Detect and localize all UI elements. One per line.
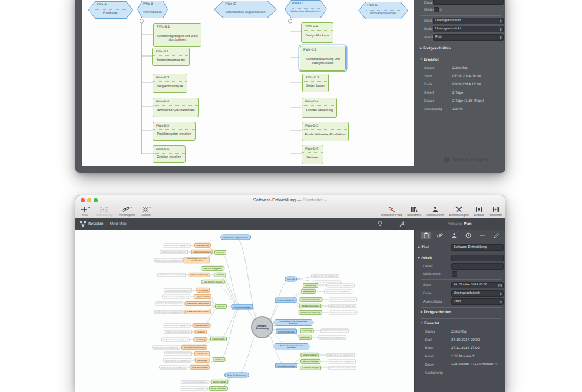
mindmap-placeholder-node[interactable]: (Geben Sie hier Ihre Vorgänge ein)	[164, 352, 192, 356]
mindmap-node[interactable]: Funktionen festlegen	[300, 366, 321, 370]
meilenstein-checkbox[interactable]	[452, 271, 457, 277]
mindmap-placeholder-node[interactable]: (Geben Sie hier Ihre Vorgänge ein)	[328, 360, 356, 364]
mindmap-placeholder-node[interactable]: (Geben Sie hier Ihre Vorgänge ein)	[163, 244, 191, 248]
mindmap-placeholder-node[interactable]: (Geben Sie hier Ihre Vorgänge ein)	[311, 274, 339, 278]
mindmap-node[interactable]: Konzeptionsphase	[276, 329, 297, 334]
mindmap-node[interactable]: Brainstorming	[303, 283, 318, 288]
mindmap-node[interactable]: Entwicklungsphase	[231, 304, 253, 310]
ende-popup[interactable]: Uneingeschränkt	[433, 26, 504, 32]
mindmap-placeholder-node[interactable]: (Geben Sie hier Ihre Vorgänge ein)	[164, 288, 192, 293]
mindmap-node[interactable]: Kick Off	[285, 277, 297, 282]
details-button[interactable]: Details	[474, 205, 484, 217]
mindmap-node[interactable]: Bericht erstellen	[211, 380, 228, 384]
tab-info[interactable]	[421, 232, 431, 239]
mindmap-node[interactable]: Release erstellen	[193, 323, 211, 328]
mindmap-node[interactable]: Marktanalyse	[301, 289, 316, 294]
indent-button[interactable]: Einrückung	[96, 205, 113, 217]
dauer-field[interactable]	[451, 263, 504, 270]
mindmap-node[interactable]: Zielsetzung	[300, 328, 314, 333]
dauer-field[interactable]	[433, 0, 504, 5]
mindmap-placeholder-node[interactable]: (Geben Sie hier Ihre Vorgänge ein)	[318, 335, 346, 340]
mindmap-node[interactable]: Tests durch Kunden	[190, 365, 210, 370]
fortgeschritten-section[interactable]: ▶Fortgeschritten	[420, 46, 451, 51]
resources-button[interactable]: Ressourcen	[426, 205, 444, 217]
inspector-button[interactable]: Inspektor	[489, 205, 502, 217]
mindmap-node[interactable]: Besprechung der Ideen	[299, 297, 322, 302]
mindmap-placeholder-node[interactable]: (Geben Sie hier Ihre Vorgänge ein)	[328, 366, 356, 370]
titel-field[interactable]: Software-Entwicklung	[451, 244, 504, 251]
start-popup[interactable]: Uneingeschränkt	[433, 18, 504, 24]
library-button[interactable]: Bibliothek	[407, 205, 421, 217]
mindmap-node[interactable]: Zeitrahmen	[299, 335, 312, 340]
link-button[interactable]: ▾ Verknüpfen	[119, 205, 135, 217]
mindmap-placeholder-node[interactable]: (Geben Sie hier Ihre Vorgänge ein)	[181, 380, 209, 384]
meilenstein-checkbox[interactable]	[434, 7, 439, 12]
mindmap-node[interactable]: Handbuch	[194, 330, 207, 334]
mindmap-node[interactable]: Technische Spezifikationen	[181, 345, 207, 350]
mindmap-node[interactable]: Externe Tests	[194, 351, 210, 356]
mindmap-placeholder-node[interactable]: (Geben Sie hier Ihre Vorgänge ein)	[329, 298, 357, 302]
mindmap-node[interactable]: Besprechung des Konzepts	[185, 301, 211, 306]
fortgeschritten-section[interactable]: ▶Fortgeschritten	[421, 310, 451, 314]
tab-resources[interactable]	[449, 232, 459, 239]
mindmap-placeholder-node[interactable]: (Geben Sie hier Ihre Vorgänge ein)	[154, 310, 183, 314]
arbeit-field[interactable]	[451, 255, 504, 261]
mindmap-node[interactable]: Ende der Entwicklung	[224, 373, 249, 378]
mindmap-placeholder-node[interactable]: (Geben Sie hier Ihre Vorgänge ein)	[180, 387, 208, 391]
titel-label[interactable]: ▶Titel	[418, 245, 429, 250]
mindmap-node[interactable]: Back End festlegen	[300, 359, 320, 364]
mindmap-placeholder-node[interactable]: (Geben Sie hier Ihre Vorgänge ein)	[324, 290, 352, 294]
mindmap-node[interactable]: Layouts erstellen	[194, 294, 211, 299]
mindmap-placeholder-node[interactable]: (Geben Sie hier Ihre Vorgänge ein)	[163, 324, 191, 328]
mindmap-placeholder-node[interactable]: (Geben Sie hier Ihre Vorgänge ein)	[162, 295, 190, 299]
erwartet-section[interactable]: ▼Erwartet	[420, 58, 439, 62]
mindmap-node[interactable]: Interne Tests	[195, 358, 210, 363]
ausrichtung-popup[interactable]: Früh	[451, 298, 504, 305]
mindmap-placeholder-node[interactable]: (Geben Sie hier Ihre Vorgänge ein)	[155, 302, 183, 306]
tab-mindmap[interactable]: Mind-Map	[110, 222, 126, 226]
mindmap-placeholder-node[interactable]: (Geben Sie hier Ihre Vorgänge ein)	[326, 353, 355, 357]
mindmap-placeholder-node[interactable]: (Geben Sie hier Ihre Vorgänge ein)	[159, 366, 187, 370]
ende-popup[interactable]: Uneingeschränkt	[451, 290, 504, 297]
filter-icon[interactable]	[377, 221, 383, 227]
mindmap-node[interactable]: UI Mockups	[196, 288, 210, 293]
mindmap-node[interactable]: Spezifikation abgeschlossen	[220, 235, 251, 240]
mindmap-node[interactable]: Back End fertiggestellt	[201, 266, 225, 271]
mindmap-placeholder-node[interactable]: (Geben Sie hier Ihre Vorgänge ein)	[320, 329, 349, 333]
tab-links[interactable]	[435, 232, 445, 239]
mindmap-node[interactable]: Test fehlerfrei gelaufen	[201, 280, 225, 284]
critical-path-button[interactable]: Kritischer Pfad	[381, 205, 402, 217]
mindmap-placeholder-node[interactable]: (Geben Sie hier Ihre Vorgänge ein)	[161, 338, 190, 342]
mindmap-node[interactable]: Entscheidung in die nächste Phase einzut…	[273, 319, 314, 326]
mindmap-node[interactable]: Evaluierungsphase	[275, 298, 297, 303]
mindmap-placeholder-node[interactable]: (Geben Sie hier Ihre Vorgänge ein)	[163, 358, 191, 363]
mindmap-node[interactable]: Spezifikationsphase	[275, 363, 297, 368]
mindmap-node[interactable]: Anbindungen zum Front End herstellen	[184, 257, 210, 263]
mindmap-node[interactable]: Datenbankanbindung	[191, 250, 213, 254]
mindmap-placeholder-node[interactable]: (Geben Sie hier Ihre Vorgänge ein)	[160, 250, 188, 254]
mindmap-placeholder-node[interactable]: (Geben Sie hier Ihre Vorgänge ein)	[152, 346, 180, 350]
action-button[interactable]: ▾ Aktion	[141, 205, 150, 217]
ausrichtung-popup[interactable]: Früh	[433, 34, 504, 41]
mindmap-node[interactable]: Business Logik	[194, 243, 211, 248]
mindmap-node[interactable]: Umfang festlegen	[300, 353, 319, 357]
netzplan-canvas[interactable]: PWs-AProjektstartPWs-BVorproduktionPWs-C…	[82, 0, 414, 166]
wrench-icon[interactable]	[399, 221, 405, 227]
tab-netzplan[interactable]: Netzplan	[88, 222, 103, 226]
mindmap-node[interactable]: Präsentation beim Kunden	[185, 310, 211, 314]
mindmap-node[interactable]: Interface-Entwicklung	[189, 273, 210, 277]
titlebar[interactable]: Software-Entwicklung — Bearbeitet ⌄	[75, 195, 505, 204]
mindmap-node[interactable]: Wettbewerbsvergleich	[299, 304, 321, 308]
mindmap-node[interactable]: Dokumentation	[210, 337, 227, 341]
arbeit-label[interactable]: ▶Arbeit	[418, 256, 432, 260]
mindmap-placeholder-node[interactable]: (Geben Sie hier Ihre Vorgänge ein)	[154, 258, 183, 263]
erwartet-section[interactable]: ▼Erwartet	[421, 321, 439, 325]
mindmap-node[interactable]: Server vorbereiten	[209, 386, 228, 391]
mindmap-node[interactable]: Anforderungs-Workshop	[299, 310, 322, 315]
tab-time[interactable]	[463, 232, 474, 239]
mindmap-node[interactable]: Entscheidung Spezifikationen festzulegen	[273, 343, 310, 350]
start-date-field[interactable]: 24. Oktober 2014 00:00	[451, 282, 504, 288]
mindmap-node[interactable]: Webseite	[215, 304, 227, 309]
mindmap-node[interactable]: Testphase	[213, 357, 225, 362]
mindmap-node[interactable]: Back End	[214, 250, 226, 255]
